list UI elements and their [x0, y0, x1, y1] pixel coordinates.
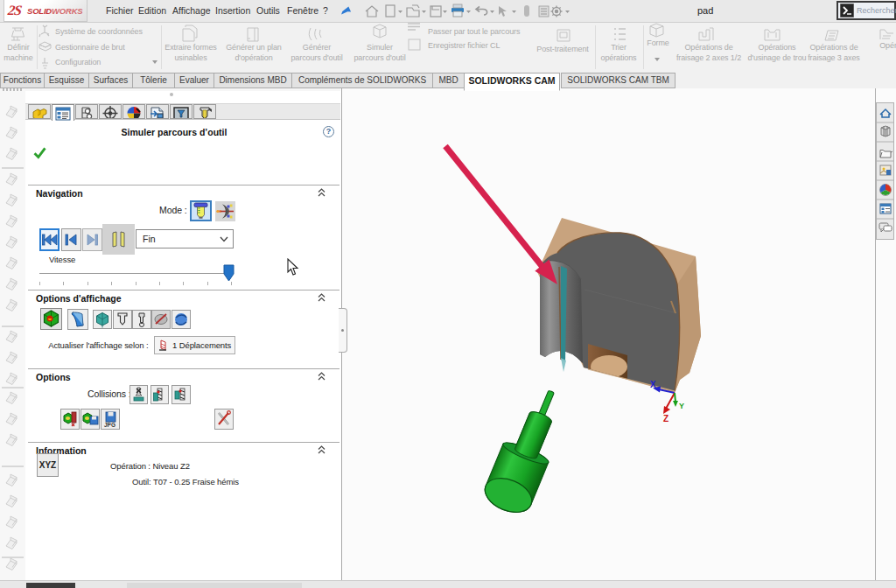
svg-text:SOLIDWORKS: SOLIDWORKS [27, 6, 83, 16]
svg-text:2S: 2S [6, 3, 23, 18]
svg-text:Y: Y [679, 402, 684, 410]
svg-text:JPG: JPG [104, 422, 116, 428]
svg-text:X: X [650, 380, 656, 389]
svg-text:Z: Z [663, 414, 668, 424]
